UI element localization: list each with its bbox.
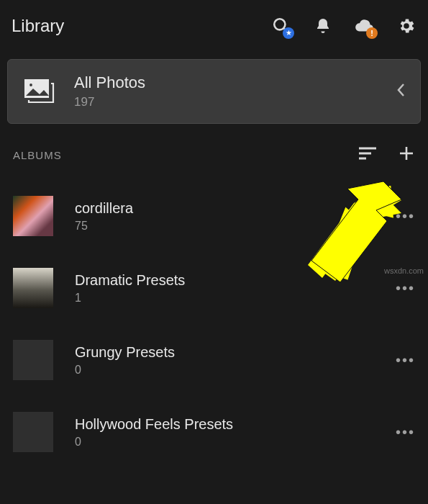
chevron-left-icon: [396, 82, 406, 101]
album-name: Grungy Presets: [75, 344, 396, 361]
album-more-icon[interactable]: •••: [396, 208, 415, 225]
album-count: 75: [75, 220, 396, 233]
sort-icon[interactable]: [358, 145, 378, 164]
album-row[interactable]: Dramatic Presets 1 •••: [0, 252, 428, 324]
topbar-actions: ★ !: [271, 16, 416, 36]
album-name: cordillera: [75, 200, 396, 217]
album-thumbnail: [13, 412, 53, 452]
all-photos-label: All Photos: [74, 73, 396, 92]
album-more-icon[interactable]: •••: [396, 352, 415, 369]
album-thumbnail: [13, 196, 53, 236]
album-count: 1: [75, 292, 396, 305]
watermark: wsxdn.com: [384, 266, 424, 275]
search-icon[interactable]: ★: [271, 16, 291, 36]
album-row[interactable]: Grungy Presets 0 •••: [0, 324, 428, 396]
album-thumbnail: [13, 340, 53, 380]
cloud-sync-icon[interactable]: !: [355, 16, 375, 36]
all-photos-count: 197: [74, 95, 396, 109]
page-title: Library: [12, 16, 64, 36]
album-more-icon[interactable]: •••: [396, 424, 415, 441]
albums-section-header: ALBUMS: [0, 141, 428, 168]
topbar: Library ★ !: [0, 0, 428, 52]
photos-stack-icon: [22, 77, 55, 106]
settings-icon[interactable]: [396, 16, 416, 36]
album-name: Hollywood Feels Presets: [75, 416, 396, 433]
album-count: 0: [75, 436, 396, 449]
search-badge-icon: ★: [283, 27, 294, 39]
album-row[interactable]: Hollywood Feels Presets 0 •••: [0, 396, 428, 468]
albums-section-label: ALBUMS: [13, 149, 358, 161]
all-photos-card[interactable]: All Photos 197: [7, 59, 421, 124]
album-thumbnail: [13, 268, 53, 308]
album-more-icon[interactable]: •••: [396, 280, 415, 297]
album-row[interactable]: cordillera 75 •••: [0, 180, 428, 252]
album-count: 0: [75, 364, 396, 377]
cloud-warning-badge-icon: !: [366, 27, 378, 39]
svg-point-0: [274, 19, 285, 30]
notifications-icon[interactable]: [313, 16, 333, 36]
add-album-button[interactable]: [398, 145, 415, 165]
album-name: Dramatic Presets: [75, 272, 396, 289]
svg-point-3: [29, 83, 33, 87]
